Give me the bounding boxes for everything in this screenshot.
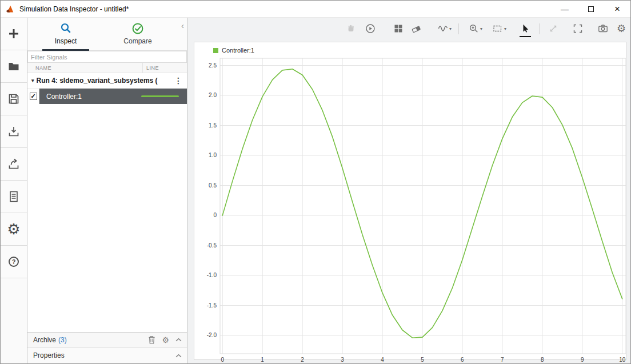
signal-line-sample[interactable]: [141, 95, 179, 97]
svg-text:-2.0: -2.0: [207, 332, 217, 338]
create-report-button[interactable]: [1, 181, 27, 213]
floppy-save-icon: [7, 93, 20, 105]
signal-options-button[interactable]: ▾: [435, 22, 454, 35]
signal-row[interactable]: ✓ Controller:1: [27, 89, 187, 104]
export-button[interactable]: [1, 148, 27, 181]
add-button[interactable]: [1, 18, 27, 50]
resize-button: [547, 22, 560, 35]
help-button[interactable]: ?: [1, 246, 27, 278]
fit-to-view-button[interactable]: [572, 22, 584, 35]
archive-label: Archive: [33, 336, 56, 344]
filter-signals-input[interactable]: [27, 51, 187, 63]
run-group-row[interactable]: ▾ Run 4: sldemo_variant_subsystems ( ⋮: [27, 73, 187, 89]
minimize-icon: —: [561, 5, 569, 14]
svg-text:1: 1: [261, 357, 264, 362]
signal-name-label: Controller:1: [46, 93, 141, 101]
export-arrow-icon: [7, 158, 20, 170]
help-icon: ?: [9, 257, 19, 267]
close-icon: ×: [614, 3, 620, 15]
run-group-label: Run 4: sldemo_variant_subsystems (: [37, 77, 172, 85]
fit-to-view-icon: [573, 23, 583, 34]
signal-panel: Inspect Compare ‹ NAME LINE ▾ Run 4: [27, 18, 187, 363]
import-button[interactable]: [1, 115, 27, 148]
window-controls: — ×: [552, 1, 630, 17]
close-button[interactable]: ×: [604, 1, 630, 17]
archive-bar[interactable]: Archive (3) ⚙: [27, 332, 187, 347]
svg-text:-1.0: -1.0: [207, 272, 217, 278]
save-button[interactable]: [1, 83, 27, 115]
plot-svg[interactable]: 012345678910-2.0-1.5-1.0-0.500.51.01.52.…: [194, 42, 629, 362]
legend-label: Controller:1: [222, 47, 254, 54]
caret-down-icon[interactable]: ▾: [480, 26, 482, 31]
zoom-button[interactable]: ▾: [466, 22, 485, 35]
check-circle-icon: [131, 22, 144, 35]
clear-plots-button[interactable]: [410, 22, 422, 35]
replay-button[interactable]: [364, 22, 377, 35]
kebab-menu-icon[interactable]: ⋮: [174, 77, 182, 85]
subplot-layout-button[interactable]: [392, 22, 405, 35]
snapshot-button[interactable]: [597, 22, 609, 35]
report-document-icon: [7, 190, 20, 203]
caret-down-icon[interactable]: ▾: [449, 26, 452, 31]
archive-gear-icon[interactable]: ⚙: [162, 336, 169, 344]
cursor-tool-button[interactable]: [519, 22, 532, 35]
chevron-up-icon[interactable]: [175, 338, 182, 342]
zoom-region-button[interactable]: ▾: [490, 22, 509, 35]
chevron-left-icon: ‹: [181, 21, 184, 30]
signal-table-header: NAME LINE: [27, 63, 187, 73]
gear-icon: ⚙: [617, 23, 626, 34]
svg-text:-1.5: -1.5: [207, 302, 217, 309]
preferences-button[interactable]: ⚙: [1, 213, 27, 246]
svg-text:1.0: 1.0: [209, 152, 217, 158]
open-button[interactable]: [1, 50, 27, 83]
panel-tabs: Inspect Compare ‹: [27, 18, 187, 51]
search-icon: [59, 22, 72, 35]
minimize-button[interactable]: —: [552, 1, 578, 17]
window-title: Simulation Data Inspector - untitled*: [19, 5, 129, 13]
app-window: Simulation Data Inspector - untitled* — …: [0, 0, 631, 364]
chevron-up-icon[interactable]: [175, 354, 182, 358]
layout-grid-icon: [393, 23, 404, 34]
svg-text:-0.5: -0.5: [207, 242, 217, 249]
chart-card: Controller:1 012345678910-2.0-1.5-1.0-0.…: [194, 42, 626, 360]
svg-text:0: 0: [213, 212, 217, 218]
tab-inspect[interactable]: Inspect: [34, 21, 97, 49]
tab-inspect-label: Inspect: [34, 37, 97, 45]
maximize-icon: [588, 6, 594, 12]
expander-triangle-icon[interactable]: ▾: [31, 78, 34, 83]
properties-bar[interactable]: Properties: [27, 347, 187, 363]
svg-text:10: 10: [619, 357, 626, 362]
checkbox-cell: ✓: [27, 89, 39, 104]
caret-down-icon[interactable]: ▾: [504, 26, 506, 31]
svg-text:2: 2: [301, 357, 304, 362]
zoom-region-icon: [493, 23, 503, 34]
archive-count: (3): [58, 336, 67, 344]
plot-settings-button[interactable]: ⚙: [615, 22, 628, 35]
column-header-line: LINE: [142, 63, 187, 73]
svg-text:0.5: 0.5: [209, 182, 217, 189]
resize-diagonal-icon: [548, 23, 558, 34]
properties-label: Properties: [33, 351, 65, 359]
trash-icon[interactable]: [148, 335, 155, 344]
signal-wave-icon: [438, 23, 448, 34]
pan-button: [345, 22, 357, 35]
svg-text:5: 5: [421, 357, 424, 362]
pan-hand-icon: [346, 23, 356, 34]
svg-text:3: 3: [341, 357, 344, 362]
matlab-logo-icon[interactable]: [6, 5, 15, 14]
svg-text:6: 6: [461, 357, 464, 362]
svg-text:2.0: 2.0: [209, 92, 217, 98]
chart-region: ▾ ▾ ▾: [188, 18, 630, 363]
eraser-icon: [411, 23, 421, 34]
title-bar: Simulation Data Inspector - untitled* — …: [1, 1, 630, 18]
maximize-button[interactable]: [578, 1, 604, 17]
camera-icon: [598, 23, 608, 34]
signal-checkbox[interactable]: ✓: [30, 93, 37, 100]
collapse-panel-button[interactable]: ‹: [181, 21, 184, 30]
svg-text:2.5: 2.5: [209, 62, 217, 69]
toolbar-separator: [458, 23, 459, 34]
zoom-in-icon: [469, 23, 479, 34]
tab-compare[interactable]: Compare: [106, 21, 169, 49]
gear-icon: ⚙: [7, 222, 20, 237]
play-circle-icon: [365, 23, 376, 34]
